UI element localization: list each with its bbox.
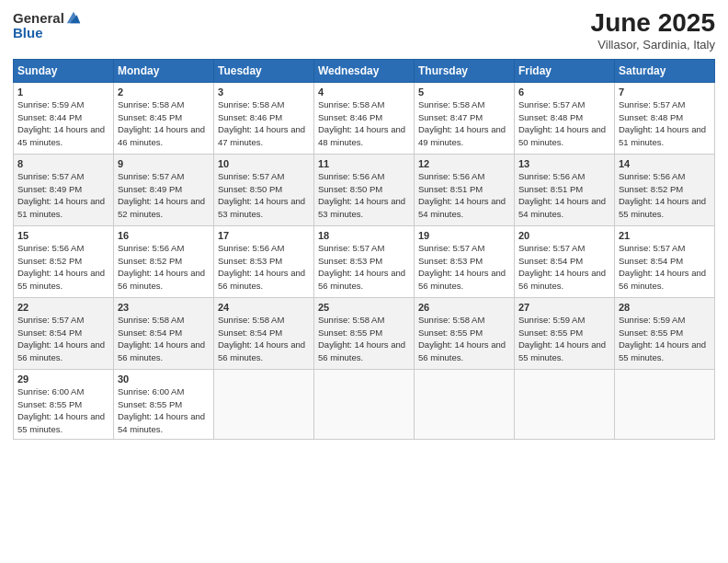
day-info: Sunrise: 5:58 AMSunset: 8:46 PMDaylight:…: [318, 99, 405, 147]
day-info: Sunrise: 5:57 AMSunset: 8:54 PMDaylight:…: [619, 243, 706, 291]
day-number: 23: [118, 302, 210, 313]
calendar-cell: 16 Sunrise: 5:56 AMSunset: 8:52 PMDaylig…: [114, 225, 214, 297]
day-info: Sunrise: 5:59 AMSunset: 8:55 PMDaylight:…: [518, 315, 606, 362]
calendar-cell: 6 Sunrise: 5:57 AMSunset: 8:48 PMDayligh…: [515, 82, 615, 154]
logo-icon: [65, 9, 82, 26]
calendar-cell: 22 Sunrise: 5:57 AMSunset: 8:54 PMDaylig…: [14, 297, 114, 369]
weekday-header-wednesday: Wednesday: [314, 59, 415, 82]
day-number: 6: [518, 86, 610, 98]
day-number: 28: [619, 302, 711, 313]
calendar-cell: [615, 369, 715, 439]
weekday-header-thursday: Thursday: [415, 59, 515, 82]
day-number: 15: [17, 230, 109, 241]
calendar-cell: 8 Sunrise: 5:57 AMSunset: 8:49 PMDayligh…: [14, 154, 114, 225]
day-number: 22: [17, 302, 109, 313]
day-info: Sunrise: 5:58 AMSunset: 8:55 PMDaylight:…: [418, 315, 506, 362]
day-info: Sunrise: 5:58 AMSunset: 8:46 PMDaylight:…: [218, 99, 305, 147]
weekday-header-tuesday: Tuesday: [214, 59, 314, 82]
day-info: Sunrise: 6:00 AMSunset: 8:55 PMDaylight:…: [118, 386, 205, 434]
day-number: 30: [118, 373, 210, 385]
day-info: Sunrise: 5:58 AMSunset: 8:45 PMDaylight:…: [118, 99, 205, 147]
day-info: Sunrise: 5:57 AMSunset: 8:49 PMDaylight:…: [17, 171, 105, 219]
day-number: 18: [318, 230, 410, 241]
calendar-cell: 2 Sunrise: 5:58 AMSunset: 8:45 PMDayligh…: [114, 82, 214, 154]
weekday-header-sunday: Sunday: [14, 59, 114, 82]
weekday-header-row: SundayMondayTuesdayWednesdayThursdayFrid…: [14, 59, 715, 82]
calendar-cell: 12 Sunrise: 5:56 AMSunset: 8:51 PMDaylig…: [415, 154, 515, 225]
calendar-cell: 21 Sunrise: 5:57 AMSunset: 8:54 PMDaylig…: [615, 225, 715, 297]
title-location: Villasor, Sardinia, Italy: [591, 38, 715, 52]
calendar-cell: 30 Sunrise: 6:00 AMSunset: 8:55 PMDaylig…: [114, 369, 214, 439]
day-number: 25: [318, 302, 410, 313]
day-number: 7: [619, 86, 711, 98]
day-info: Sunrise: 6:00 AMSunset: 8:55 PMDaylight:…: [17, 386, 105, 434]
day-number: 9: [118, 158, 210, 169]
weekday-header-saturday: Saturday: [615, 59, 715, 82]
calendar-cell: 1 Sunrise: 5:59 AMSunset: 8:44 PMDayligh…: [14, 82, 114, 154]
calendar-cell: 3 Sunrise: 5:58 AMSunset: 8:46 PMDayligh…: [214, 82, 314, 154]
calendar-cell: [415, 369, 515, 439]
logo-general-text: General: [13, 11, 64, 25]
day-number: 19: [418, 230, 510, 241]
day-info: Sunrise: 5:58 AMSunset: 8:54 PMDaylight:…: [218, 315, 305, 362]
day-number: 4: [318, 86, 410, 98]
day-info: Sunrise: 5:58 AMSunset: 8:47 PMDaylight:…: [418, 99, 506, 147]
calendar-cell: 9 Sunrise: 5:57 AMSunset: 8:49 PMDayligh…: [114, 154, 214, 225]
calendar-cell: 23 Sunrise: 5:58 AMSunset: 8:54 PMDaylig…: [114, 297, 214, 369]
page: General Blue June 2025 Villasor, Sardini…: [0, 0, 728, 563]
day-number: 3: [218, 86, 310, 98]
logo: General Blue: [13, 9, 82, 40]
day-number: 11: [318, 158, 410, 169]
title-month: June 2025: [591, 9, 715, 38]
calendar-cell: 17 Sunrise: 5:56 AMSunset: 8:53 PMDaylig…: [214, 225, 314, 297]
day-number: 5: [418, 86, 510, 98]
day-number: 10: [218, 158, 310, 169]
day-number: 17: [218, 230, 310, 241]
calendar-cell: 13 Sunrise: 5:56 AMSunset: 8:51 PMDaylig…: [515, 154, 615, 225]
day-info: Sunrise: 5:57 AMSunset: 8:48 PMDaylight:…: [619, 99, 706, 147]
calendar-cell: 29 Sunrise: 6:00 AMSunset: 8:55 PMDaylig…: [14, 369, 114, 439]
calendar-cell: 18 Sunrise: 5:57 AMSunset: 8:53 PMDaylig…: [314, 225, 415, 297]
title-block: June 2025 Villasor, Sardinia, Italy: [591, 9, 715, 52]
day-number: 21: [619, 230, 711, 241]
day-number: 20: [518, 230, 610, 241]
calendar-cell: 24 Sunrise: 5:58 AMSunset: 8:54 PMDaylig…: [214, 297, 314, 369]
calendar-cell: 20 Sunrise: 5:57 AMSunset: 8:54 PMDaylig…: [515, 225, 615, 297]
calendar-cell: [515, 369, 615, 439]
day-number: 24: [218, 302, 310, 313]
day-info: Sunrise: 5:57 AMSunset: 8:48 PMDaylight:…: [518, 99, 606, 147]
day-info: Sunrise: 5:59 AMSunset: 8:44 PMDaylight:…: [17, 99, 105, 147]
day-number: 29: [17, 373, 109, 385]
day-info: Sunrise: 5:56 AMSunset: 8:52 PMDaylight:…: [118, 243, 205, 291]
day-info: Sunrise: 5:57 AMSunset: 8:53 PMDaylight:…: [418, 243, 506, 291]
day-info: Sunrise: 5:58 AMSunset: 8:55 PMDaylight:…: [318, 315, 405, 362]
day-info: Sunrise: 5:57 AMSunset: 8:54 PMDaylight:…: [518, 243, 606, 291]
calendar-cell: 14 Sunrise: 5:56 AMSunset: 8:52 PMDaylig…: [615, 154, 715, 225]
calendar-cell: 11 Sunrise: 5:56 AMSunset: 8:50 PMDaylig…: [314, 154, 415, 225]
day-info: Sunrise: 5:56 AMSunset: 8:50 PMDaylight:…: [318, 171, 405, 219]
day-info: Sunrise: 5:56 AMSunset: 8:52 PMDaylight:…: [619, 171, 706, 219]
calendar-table: SundayMondayTuesdayWednesdayThursdayFrid…: [13, 59, 715, 440]
weekday-header-friday: Friday: [515, 59, 615, 82]
day-info: Sunrise: 5:56 AMSunset: 8:51 PMDaylight:…: [518, 171, 606, 219]
day-number: 13: [518, 158, 610, 169]
weekday-header-monday: Monday: [114, 59, 214, 82]
day-number: 12: [418, 158, 510, 169]
day-number: 8: [17, 158, 109, 169]
day-number: 27: [518, 302, 610, 313]
calendar-cell: 4 Sunrise: 5:58 AMSunset: 8:46 PMDayligh…: [314, 82, 415, 154]
calendar-cell: [314, 369, 415, 439]
header: General Blue June 2025 Villasor, Sardini…: [13, 9, 715, 52]
calendar-cell: 26 Sunrise: 5:58 AMSunset: 8:55 PMDaylig…: [415, 297, 515, 369]
day-info: Sunrise: 5:56 AMSunset: 8:53 PMDaylight:…: [218, 243, 305, 291]
day-info: Sunrise: 5:57 AMSunset: 8:54 PMDaylight:…: [17, 315, 105, 362]
day-info: Sunrise: 5:57 AMSunset: 8:53 PMDaylight:…: [318, 243, 405, 291]
day-number: 16: [118, 230, 210, 241]
calendar-cell: 5 Sunrise: 5:58 AMSunset: 8:47 PMDayligh…: [415, 82, 515, 154]
day-info: Sunrise: 5:58 AMSunset: 8:54 PMDaylight:…: [118, 315, 205, 362]
day-number: 1: [17, 86, 109, 98]
day-number: 26: [418, 302, 510, 313]
day-number: 14: [619, 158, 711, 169]
logo-blue-text: Blue: [13, 26, 43, 40]
calendar-cell: 7 Sunrise: 5:57 AMSunset: 8:48 PMDayligh…: [615, 82, 715, 154]
